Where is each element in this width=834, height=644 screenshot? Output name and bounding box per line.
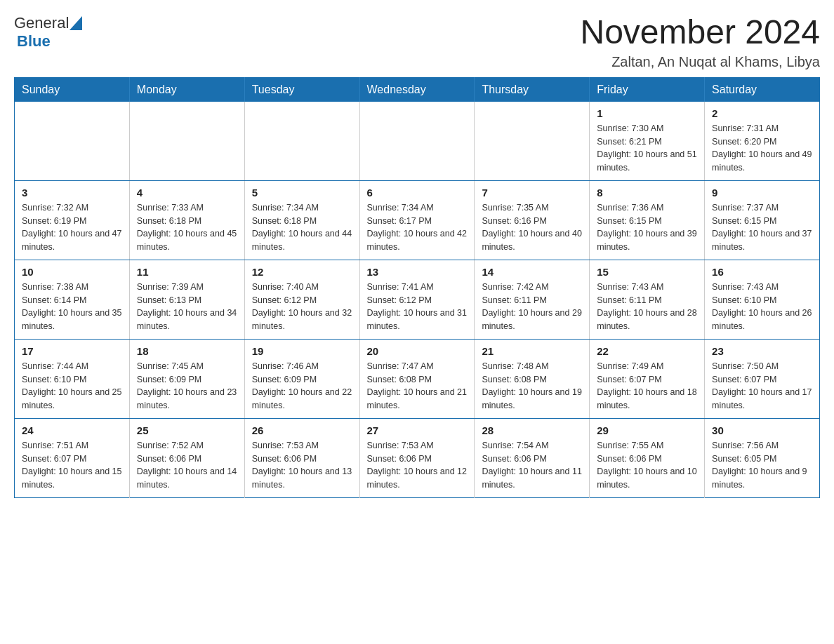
day-number: 2: [712, 107, 812, 119]
day-number: 17: [22, 345, 122, 357]
day-info: Sunrise: 7:38 AMSunset: 6:14 PMDaylight:…: [22, 281, 122, 333]
day-info: Sunrise: 7:35 AMSunset: 6:16 PMDaylight:…: [482, 201, 582, 254]
calendar-cell: [359, 102, 475, 181]
day-info: Sunrise: 7:50 AMSunset: 6:07 PMDaylight:…: [712, 360, 812, 412]
day-info: Sunrise: 7:42 AMSunset: 6:11 PMDaylight:…: [482, 281, 582, 333]
day-info: Sunrise: 7:49 AMSunset: 6:07 PMDaylight:…: [597, 360, 697, 412]
day-info: Sunrise: 7:44 AMSunset: 6:10 PMDaylight:…: [22, 360, 122, 412]
calendar-cell: 2Sunrise: 7:31 AMSunset: 6:20 PMDaylight…: [705, 102, 820, 181]
day-number: 29: [597, 424, 697, 436]
title-section: November 2024 Zaltan, An Nuqat al Khams,…: [580, 14, 820, 70]
calendar-cell: 28Sunrise: 7:54 AMSunset: 6:06 PMDayligh…: [475, 418, 590, 497]
day-info: Sunrise: 7:41 AMSunset: 6:12 PMDaylight:…: [367, 281, 468, 333]
calendar-cell: 9Sunrise: 7:37 AMSunset: 6:15 PMDaylight…: [705, 180, 820, 260]
calendar-cell: 18Sunrise: 7:45 AMSunset: 6:09 PMDayligh…: [129, 339, 244, 418]
calendar-cell: 30Sunrise: 7:56 AMSunset: 6:05 PMDayligh…: [705, 418, 820, 497]
day-number: 26: [252, 424, 352, 436]
calendar-week-row: 10Sunrise: 7:38 AMSunset: 6:14 PMDayligh…: [15, 260, 820, 339]
day-number: 25: [137, 424, 237, 436]
calendar-week-row: 24Sunrise: 7:51 AMSunset: 6:07 PMDayligh…: [15, 418, 820, 497]
day-info: Sunrise: 7:36 AMSunset: 6:15 PMDaylight:…: [597, 201, 697, 254]
day-header-monday: Monday: [129, 77, 244, 102]
calendar-cell: 5Sunrise: 7:34 AMSunset: 6:18 PMDaylight…: [244, 180, 359, 260]
logo-triangle-icon: [70, 16, 82, 30]
calendar-cell: 8Sunrise: 7:36 AMSunset: 6:15 PMDaylight…: [590, 180, 705, 260]
calendar-cell: 22Sunrise: 7:49 AMSunset: 6:07 PMDayligh…: [590, 339, 705, 418]
day-info: Sunrise: 7:37 AMSunset: 6:15 PMDaylight:…: [712, 201, 812, 254]
day-info: Sunrise: 7:45 AMSunset: 6:09 PMDaylight:…: [137, 360, 237, 412]
calendar-cell: [15, 102, 130, 181]
day-number: 19: [252, 345, 352, 357]
calendar-table: SundayMondayTuesdayWednesdayThursdayFrid…: [14, 77, 820, 498]
day-info: Sunrise: 7:43 AMSunset: 6:11 PMDaylight:…: [597, 281, 697, 333]
calendar-week-row: 1Sunrise: 7:30 AMSunset: 6:21 PMDaylight…: [15, 102, 820, 181]
day-number: 13: [367, 266, 468, 278]
day-info: Sunrise: 7:55 AMSunset: 6:06 PMDaylight:…: [597, 439, 697, 492]
day-info: Sunrise: 7:53 AMSunset: 6:06 PMDaylight:…: [252, 439, 352, 492]
calendar-cell: 14Sunrise: 7:42 AMSunset: 6:11 PMDayligh…: [475, 260, 590, 339]
day-header-wednesday: Wednesday: [359, 77, 475, 102]
day-info: Sunrise: 7:34 AMSunset: 6:17 PMDaylight:…: [367, 201, 468, 254]
day-info: Sunrise: 7:32 AMSunset: 6:19 PMDaylight:…: [22, 201, 122, 254]
day-number: 28: [482, 424, 582, 436]
day-info: Sunrise: 7:39 AMSunset: 6:13 PMDaylight:…: [137, 281, 237, 333]
calendar-cell: 11Sunrise: 7:39 AMSunset: 6:13 PMDayligh…: [129, 260, 244, 339]
day-info: Sunrise: 7:53 AMSunset: 6:06 PMDaylight:…: [367, 439, 468, 492]
day-number: 23: [712, 345, 812, 357]
day-header-thursday: Thursday: [475, 77, 590, 102]
day-header-tuesday: Tuesday: [244, 77, 359, 102]
day-number: 4: [137, 187, 237, 199]
day-number: 10: [22, 266, 122, 278]
day-info: Sunrise: 7:54 AMSunset: 6:06 PMDaylight:…: [482, 439, 582, 492]
calendar-cell: 29Sunrise: 7:55 AMSunset: 6:06 PMDayligh…: [590, 418, 705, 497]
calendar-cell: 7Sunrise: 7:35 AMSunset: 6:16 PMDaylight…: [475, 180, 590, 260]
day-number: 16: [712, 266, 812, 278]
calendar-cell: 27Sunrise: 7:53 AMSunset: 6:06 PMDayligh…: [359, 418, 475, 497]
day-number: 1: [597, 107, 697, 119]
day-number: 6: [367, 187, 468, 199]
day-header-friday: Friday: [590, 77, 705, 102]
calendar-cell: 24Sunrise: 7:51 AMSunset: 6:07 PMDayligh…: [15, 418, 130, 497]
calendar-cell: 13Sunrise: 7:41 AMSunset: 6:12 PMDayligh…: [359, 260, 475, 339]
day-info: Sunrise: 7:33 AMSunset: 6:18 PMDaylight:…: [137, 201, 237, 254]
logo: General Blue: [14, 14, 83, 51]
day-header-saturday: Saturday: [705, 77, 820, 102]
logo-blue-text: Blue: [17, 32, 51, 50]
day-number: 15: [597, 266, 697, 278]
calendar-cell: 16Sunrise: 7:43 AMSunset: 6:10 PMDayligh…: [705, 260, 820, 339]
day-info: Sunrise: 7:48 AMSunset: 6:08 PMDaylight:…: [482, 360, 582, 412]
day-info: Sunrise: 7:34 AMSunset: 6:18 PMDaylight:…: [252, 201, 352, 254]
day-number: 3: [22, 187, 122, 199]
day-number: 22: [597, 345, 697, 357]
day-number: 7: [482, 187, 582, 199]
calendar-cell: 21Sunrise: 7:48 AMSunset: 6:08 PMDayligh…: [475, 339, 590, 418]
calendar-cell: 23Sunrise: 7:50 AMSunset: 6:07 PMDayligh…: [705, 339, 820, 418]
calendar-cell: 15Sunrise: 7:43 AMSunset: 6:11 PMDayligh…: [590, 260, 705, 339]
calendar-week-row: 3Sunrise: 7:32 AMSunset: 6:19 PMDaylight…: [15, 180, 820, 260]
day-info: Sunrise: 7:56 AMSunset: 6:05 PMDaylight:…: [712, 439, 812, 492]
day-number: 12: [252, 266, 352, 278]
calendar-cell: 10Sunrise: 7:38 AMSunset: 6:14 PMDayligh…: [15, 260, 130, 339]
day-info: Sunrise: 7:47 AMSunset: 6:08 PMDaylight:…: [367, 360, 468, 412]
calendar-cell: 12Sunrise: 7:40 AMSunset: 6:12 PMDayligh…: [244, 260, 359, 339]
location-title: Zaltan, An Nuqat al Khams, Libya: [580, 54, 820, 70]
day-info: Sunrise: 7:40 AMSunset: 6:12 PMDaylight:…: [252, 281, 352, 333]
day-number: 30: [712, 424, 812, 436]
calendar-cell: 3Sunrise: 7:32 AMSunset: 6:19 PMDaylight…: [15, 180, 130, 260]
calendar-cell: 20Sunrise: 7:47 AMSunset: 6:08 PMDayligh…: [359, 339, 475, 418]
day-number: 20: [367, 345, 468, 357]
calendar-cell: 19Sunrise: 7:46 AMSunset: 6:09 PMDayligh…: [244, 339, 359, 418]
calendar-week-row: 17Sunrise: 7:44 AMSunset: 6:10 PMDayligh…: [15, 339, 820, 418]
day-info: Sunrise: 7:51 AMSunset: 6:07 PMDaylight:…: [22, 439, 122, 492]
day-header-sunday: Sunday: [15, 77, 130, 102]
calendar-cell: [244, 102, 359, 181]
day-number: 14: [482, 266, 582, 278]
page-header: General Blue November 2024 Zaltan, An Nu…: [14, 14, 820, 70]
day-info: Sunrise: 7:52 AMSunset: 6:06 PMDaylight:…: [137, 439, 237, 492]
day-info: Sunrise: 7:43 AMSunset: 6:10 PMDaylight:…: [712, 281, 812, 333]
calendar-cell: 4Sunrise: 7:33 AMSunset: 6:18 PMDaylight…: [129, 180, 244, 260]
calendar-cell: 26Sunrise: 7:53 AMSunset: 6:06 PMDayligh…: [244, 418, 359, 497]
day-number: 24: [22, 424, 122, 436]
day-number: 21: [482, 345, 582, 357]
calendar-cell: [475, 102, 590, 181]
